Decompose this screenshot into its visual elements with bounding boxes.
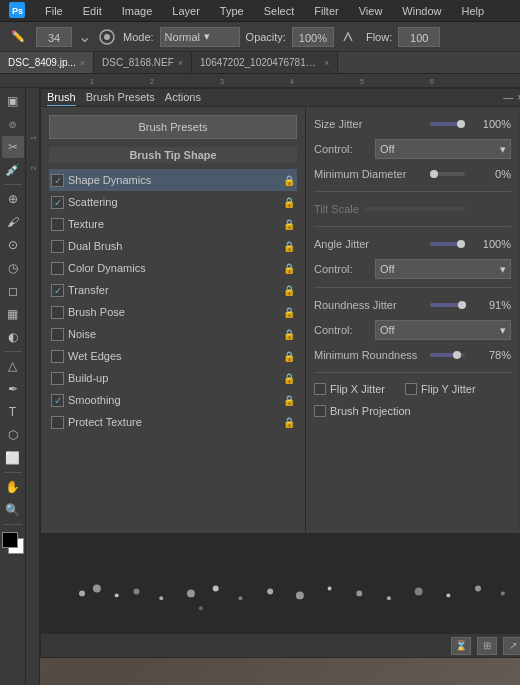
color-swatches[interactable]	[2, 532, 24, 554]
tab-brush[interactable]: Brush	[47, 89, 76, 106]
menu-image[interactable]: Image	[117, 3, 158, 19]
tab-actions[interactable]: Actions	[165, 89, 201, 106]
flow-value[interactable]: 100	[398, 27, 440, 47]
control-dropdown-1[interactable]: Off ▾	[375, 139, 511, 159]
menu-filter[interactable]: Filter	[309, 3, 343, 19]
brush-presets-button[interactable]: Brush Presets	[49, 115, 297, 139]
roundness-jitter-slider[interactable]	[430, 303, 465, 307]
blur-tool[interactable]: ◐	[2, 326, 24, 348]
tab-brush-presets[interactable]: Brush Presets	[86, 89, 155, 106]
menu-edit[interactable]: Edit	[78, 3, 107, 19]
toolbar-sep-3	[4, 472, 22, 473]
tilt-scale-slider[interactable]	[365, 207, 465, 211]
cb-noise[interactable]	[51, 328, 64, 341]
menu-type[interactable]: Type	[215, 3, 249, 19]
size-jitter-slider[interactable]	[430, 122, 465, 126]
pen-tool[interactable]: ✒	[2, 378, 24, 400]
brush-picker-icon[interactable]: ⌄	[78, 27, 91, 46]
cb-scattering[interactable]	[51, 196, 64, 209]
clone-tool[interactable]: ⊙	[2, 234, 24, 256]
bottom-icon-3[interactable]: ↗	[503, 637, 520, 655]
min-diameter-slider[interactable]	[430, 172, 465, 176]
mode-dropdown[interactable]: Normal ▾	[160, 27, 240, 47]
svg-point-29	[446, 593, 450, 597]
control-row-3: Control: Off ▾	[314, 318, 511, 342]
zoom-tool[interactable]: 🔍	[2, 499, 24, 521]
cb-protect-texture[interactable]	[51, 416, 64, 429]
checkbox-noise[interactable]: Noise 🔒	[49, 323, 297, 345]
menu-file[interactable]: File	[40, 3, 68, 19]
spot-heal-tool[interactable]: ⊕	[2, 188, 24, 210]
cb-buildup[interactable]	[51, 372, 64, 385]
eraser-tool[interactable]: ◻	[2, 280, 24, 302]
menu-select[interactable]: Select	[259, 3, 300, 19]
menu-layer[interactable]: Layer	[167, 3, 205, 19]
checkbox-transfer[interactable]: Transfer 🔒	[49, 279, 297, 301]
hand-tool[interactable]: ✋	[2, 476, 24, 498]
checkbox-wet-edges[interactable]: Wet Edges 🔒	[49, 345, 297, 367]
cb-dual-brush[interactable]	[51, 240, 64, 253]
checkbox-buildup[interactable]: Build-up 🔒	[49, 367, 297, 389]
size-jitter-thumb[interactable]	[457, 120, 465, 128]
opacity-value[interactable]: 100%	[292, 27, 334, 47]
cb-smoothing[interactable]	[51, 394, 64, 407]
checkbox-protect-texture[interactable]: Protect Texture 🔒	[49, 411, 297, 433]
brush-panel: Brush Brush Presets Actions — × Brush Pr…	[40, 88, 520, 658]
cb-wet-edges[interactable]	[51, 350, 64, 363]
brush-projection-checkbox[interactable]	[314, 405, 326, 417]
roundness-jitter-thumb[interactable]	[458, 301, 466, 309]
checkbox-brush-pose[interactable]: Brush Pose 🔒	[49, 301, 297, 323]
checkbox-smoothing[interactable]: Smoothing 🔒	[49, 389, 297, 411]
control-dropdown-2[interactable]: Off ▾	[375, 259, 511, 279]
angle-jitter-slider[interactable]	[430, 242, 465, 246]
min-roundness-slider[interactable]	[430, 353, 465, 357]
lock-protect-texture: 🔒	[283, 417, 295, 428]
checkbox-dual-brush[interactable]: Dual Brush 🔒	[49, 235, 297, 257]
menu-help[interactable]: Help	[456, 3, 489, 19]
angle-jitter-thumb[interactable]	[457, 240, 465, 248]
tab-dsc8409[interactable]: DSC_8409.jp... ×	[0, 52, 94, 73]
svg-text:Ps: Ps	[12, 6, 23, 16]
tab-dsc8168[interactable]: DSC_8168.NEF ×	[94, 52, 192, 73]
eyedropper-tool[interactable]: 💉	[2, 159, 24, 181]
tab-close-2[interactable]: ×	[324, 58, 329, 68]
checkbox-scattering[interactable]: Scattering 🔒	[49, 191, 297, 213]
control-dropdown-3[interactable]: Off ▾	[375, 320, 511, 340]
cb-color-dynamics[interactable]	[51, 262, 64, 275]
bottom-icon-1[interactable]: ⌛	[451, 637, 471, 655]
brush-size-box[interactable]: 34	[36, 27, 72, 47]
lasso-tool[interactable]: ⌾	[2, 113, 24, 135]
cb-texture[interactable]	[51, 218, 64, 231]
foreground-color-swatch[interactable]	[2, 532, 18, 548]
shape-tool[interactable]: ⬜	[2, 447, 24, 469]
gradient-tool[interactable]: ▦	[2, 303, 24, 325]
min-roundness-thumb[interactable]	[453, 351, 461, 359]
select-tool[interactable]: ▣	[2, 90, 24, 112]
checkbox-shape-dynamics[interactable]: Shape Dynamics 🔒	[49, 169, 297, 191]
min-diameter-thumb[interactable]	[430, 170, 438, 178]
tab-close-1[interactable]: ×	[178, 58, 183, 68]
panel-minimize[interactable]: —	[503, 92, 513, 103]
menu-window[interactable]: Window	[397, 3, 446, 19]
dodge-tool[interactable]: △	[2, 355, 24, 377]
crop-tool[interactable]: ✂	[2, 136, 24, 158]
cb-brush-pose[interactable]	[51, 306, 64, 319]
checkbox-color-dynamics[interactable]: Color Dynamics 🔒	[49, 257, 297, 279]
menu-ps[interactable]: Ps	[4, 0, 30, 22]
bottom-icon-2[interactable]: ⊞	[477, 637, 497, 655]
brush-tool[interactable]: 🖌	[2, 211, 24, 233]
svg-point-22	[267, 588, 273, 594]
menu-view[interactable]: View	[354, 3, 388, 19]
history-tool[interactable]: ◷	[2, 257, 24, 279]
svg-point-16	[115, 593, 119, 597]
flip-y-checkbox[interactable]	[405, 383, 417, 395]
cb-transfer[interactable]	[51, 284, 64, 297]
flip-x-checkbox[interactable]	[314, 383, 326, 395]
path-tool[interactable]: ⬡	[2, 424, 24, 446]
tab-close-0[interactable]: ×	[80, 58, 85, 68]
checkbox-texture[interactable]: Texture 🔒	[49, 213, 297, 235]
cb-shape-dynamics[interactable]	[51, 174, 64, 187]
text-tool[interactable]: T	[2, 401, 24, 423]
toolbar-sep-4	[4, 524, 22, 525]
tab-long[interactable]: 10647202_10204767818379207_2909540113386…	[192, 52, 338, 73]
